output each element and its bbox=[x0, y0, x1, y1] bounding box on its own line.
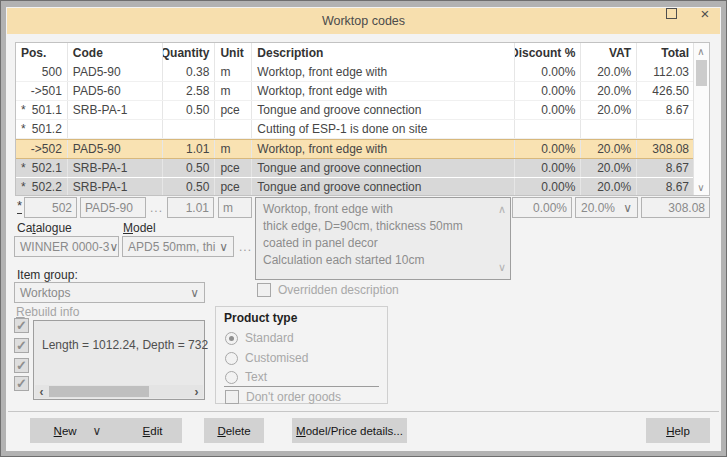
close-button[interactable]: × bbox=[694, 5, 716, 22]
col-header-vat: VAT bbox=[581, 43, 637, 63]
scroll-down-icon[interactable]: ∨ bbox=[498, 259, 506, 276]
cell-code: SRB-PA-1 bbox=[68, 159, 163, 177]
unit-input[interactable]: m bbox=[218, 197, 252, 218]
table-row[interactable]: 500 PAD5-90 0.38 m Worktop, front edge w… bbox=[16, 63, 694, 82]
items-table: Pos. Code Quantity Unit Description Disc… bbox=[15, 42, 710, 196]
rebuild-checkbox bbox=[14, 358, 29, 373]
catalogue-label: Catalogue bbox=[17, 221, 72, 235]
cell-vat: 20.0% bbox=[581, 178, 637, 196]
cell-pos: *502.2 bbox=[16, 178, 68, 196]
scroll-down-icon[interactable]: ∨ bbox=[694, 180, 708, 194]
title-bar[interactable]: Worktop codes bbox=[7, 8, 720, 34]
cell-discount: 0.00% bbox=[515, 101, 582, 119]
table-row[interactable]: *502.2 SRB-PA-1 0.50 pce Tongue and groo… bbox=[16, 178, 694, 196]
col-header-quantity: Quantity bbox=[163, 43, 216, 63]
table-row[interactable]: *501.1 SRB-PA-1 0.50 pce Tongue and groo… bbox=[16, 101, 694, 120]
help-button[interactable]: Help bbox=[646, 418, 710, 443]
table-row[interactable]: *501.2 Cutting of ESP-1 is done on site bbox=[16, 120, 694, 139]
cell-description: Tongue and groove connection bbox=[252, 159, 514, 177]
delete-button[interactable]: Delete bbox=[204, 418, 264, 443]
cell-vat: 20.0% bbox=[581, 101, 637, 119]
cell-description: Cutting of ESP-1 is done on site bbox=[252, 120, 514, 138]
cell-total: 8.67 bbox=[637, 159, 694, 177]
catalogue-value: WINNER 0000-3 bbox=[20, 240, 109, 254]
cell-pos: *501.1 bbox=[16, 101, 68, 119]
cell-unit: m bbox=[215, 82, 252, 100]
cell-pos: *501.2 bbox=[16, 120, 68, 138]
dont-order-goods-checkbox: Don't order goods bbox=[225, 390, 341, 404]
quantity-input[interactable]: 1.01 bbox=[167, 197, 214, 218]
code-input[interactable]: PAD5-90 bbox=[80, 197, 146, 218]
description-textarea[interactable]: Worktop, front edge with thick edge, D=9… bbox=[255, 197, 511, 280]
cell-quantity: 0.50 bbox=[163, 101, 216, 119]
rebuild-info-text: Length = 1012.24, Depth = 732 bbox=[42, 338, 208, 352]
rebuild-info-listbox[interactable]: Length = 1012.24, Depth = 732 ‹ › bbox=[33, 320, 205, 400]
table-row[interactable]: *502.1 SRB-PA-1 0.50 pce Tongue and groo… bbox=[16, 159, 694, 178]
groupbox-divider bbox=[224, 386, 379, 387]
code-browse-button[interactable]: ... bbox=[150, 201, 163, 215]
maximize-button[interactable] bbox=[660, 5, 682, 22]
vat-value: 20.0% bbox=[581, 201, 615, 215]
overridden-description-checkbox: Overridden description bbox=[257, 283, 399, 297]
cell-description: Worktop, front edge with bbox=[252, 82, 514, 100]
cell-unit bbox=[215, 120, 252, 138]
cell-description: Tongue and groove connection bbox=[252, 101, 514, 119]
cell-discount bbox=[515, 120, 582, 138]
cell-unit: pce bbox=[215, 101, 252, 119]
scroll-up-icon[interactable]: ∧ bbox=[498, 201, 506, 218]
table-row-selected[interactable]: ->502 PAD5-90 1.01 m Worktop, front edge… bbox=[16, 139, 694, 159]
cell-total bbox=[637, 120, 694, 138]
row-mark: * bbox=[21, 122, 26, 136]
cell-total: 8.67 bbox=[637, 101, 694, 119]
model-dropdown: APD5 50mm, thi ∨ bbox=[122, 236, 234, 257]
cell-quantity: 0.50 bbox=[163, 159, 216, 177]
row-pos: 502.1 bbox=[32, 161, 62, 175]
col-header-discount: Discount % bbox=[515, 43, 582, 63]
table-header-row: Pos. Code Quantity Unit Description Disc… bbox=[16, 43, 694, 63]
cell-quantity: 0.38 bbox=[163, 63, 216, 81]
new-button[interactable]: New ∨ bbox=[30, 418, 125, 443]
cell-quantity: 1.01 bbox=[163, 140, 216, 158]
overridden-description-label: Overridden description bbox=[278, 283, 399, 297]
description-line: Worktop, front edge with bbox=[263, 201, 490, 218]
vat-dropdown[interactable]: 20.0% ∨ bbox=[575, 197, 638, 218]
worktop-codes-dialog: Worktop codes × Pos. Code Quantity Unit … bbox=[0, 0, 727, 457]
cell-description: Tongue and groove connection bbox=[252, 178, 514, 196]
cell-vat: 20.0% bbox=[581, 82, 637, 100]
chevron-down-icon: ∨ bbox=[93, 425, 102, 437]
row-mark: * bbox=[21, 180, 26, 194]
pos-input[interactable]: 502 bbox=[24, 197, 77, 218]
chevron-down-icon: ∨ bbox=[109, 241, 118, 253]
model-value: APD5 50mm, thi bbox=[128, 240, 215, 254]
radio-standard-label: Standard bbox=[245, 331, 294, 345]
scroll-up-icon[interactable]: ∧ bbox=[694, 44, 708, 58]
cell-code bbox=[68, 120, 163, 138]
row-pos: ->502 bbox=[31, 142, 62, 156]
cell-code: SRB-PA-1 bbox=[68, 101, 163, 119]
item-group-dropdown[interactable]: Worktops ∨ bbox=[14, 282, 205, 303]
scroll-left-icon[interactable]: ‹ bbox=[35, 385, 48, 398]
total-input[interactable]: 308.08 bbox=[641, 197, 710, 218]
cell-pos: 500 bbox=[16, 63, 68, 81]
cell-total: 112.03 bbox=[637, 63, 694, 81]
scrollbar-thumb[interactable] bbox=[696, 60, 707, 86]
cell-total: 308.08 bbox=[637, 140, 694, 158]
rebuild-checkbox bbox=[14, 376, 29, 391]
table-vertical-scrollbar[interactable]: ∧ ∨ bbox=[693, 43, 709, 195]
checkbox-icon bbox=[225, 390, 239, 404]
row-pos: 501.1 bbox=[32, 103, 62, 117]
cell-quantity bbox=[163, 120, 216, 138]
edit-button[interactable]: Edit bbox=[123, 418, 182, 443]
discount-input[interactable]: 0.00% bbox=[512, 197, 572, 218]
row-mark: * bbox=[21, 161, 26, 175]
chevron-down-icon: ∨ bbox=[623, 202, 632, 214]
cell-code: SRB-PA-1 bbox=[68, 178, 163, 196]
model-price-details-button[interactable]: Model/Price details... bbox=[292, 418, 407, 443]
row-pos: 502.2 bbox=[32, 180, 62, 194]
scrollbar-thumb[interactable] bbox=[49, 386, 149, 397]
scroll-right-icon[interactable]: › bbox=[190, 385, 203, 398]
cell-description: Worktop, front edge with bbox=[252, 140, 514, 158]
cell-unit: m bbox=[215, 63, 252, 81]
horizontal-scrollbar[interactable]: ‹ › bbox=[35, 385, 203, 398]
table-row[interactable]: ->501 PAD5-60 2.58 m Worktop, front edge… bbox=[16, 82, 694, 101]
